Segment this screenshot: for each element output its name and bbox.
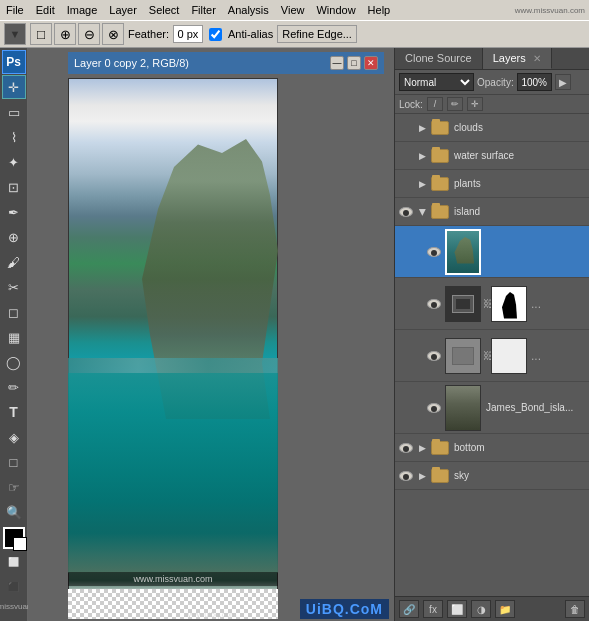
layer-expand-water[interactable]: ▶ (415, 151, 429, 161)
layer-item-james[interactable]: James_Bond_isla... (395, 382, 589, 434)
lock-position-btn[interactable]: ✛ (467, 97, 483, 111)
minimize-button[interactable]: — (330, 56, 344, 70)
screen-mode-tool[interactable]: ⬛ (2, 575, 26, 599)
layer-item-clouds[interactable]: ▶ clouds (395, 114, 589, 142)
link-layers-btn[interactable]: 🔗 (399, 600, 419, 618)
url-watermark: www.uibq.com (185, 610, 237, 619)
menu-view[interactable]: View (275, 2, 311, 18)
blend-mode-select[interactable]: Normal (399, 73, 474, 91)
menu-file[interactable]: File (0, 2, 30, 18)
feather-input[interactable] (173, 25, 203, 43)
layer-eye-island[interactable] (397, 207, 415, 217)
heal-tool[interactable]: ⊕ (2, 225, 26, 249)
opacity-arrow[interactable]: ▶ (555, 74, 571, 90)
antialias-checkbox[interactable] (209, 28, 222, 41)
subtract-selection-btn[interactable]: ⊖ (78, 23, 100, 45)
new-group-btn[interactable]: 📁 (495, 600, 515, 618)
layers-tab[interactable]: Layers ✕ (483, 48, 552, 69)
brand-watermark: UiBQ.CoM (300, 599, 389, 619)
layer-eye-island-thumb[interactable] (425, 247, 443, 257)
layer-name-island: island (451, 206, 587, 217)
layer-eye-water[interactable] (397, 147, 415, 165)
menu-filter[interactable]: Filter (185, 2, 221, 18)
layer-item-island-folder[interactable]: ▶ island (395, 198, 589, 226)
layer-expand-clouds[interactable]: ▶ (415, 123, 429, 133)
lock-image-btn[interactable]: ✏ (447, 97, 463, 111)
lock-transparent-btn[interactable]: / (427, 97, 443, 111)
layer-item-plants[interactable]: ▶ plants (395, 170, 589, 198)
layers-tab-close[interactable]: ✕ (533, 53, 541, 64)
eraser-tool[interactable]: ◻ (2, 300, 26, 324)
close-button[interactable]: ✕ (364, 56, 378, 70)
layer-item-bottom[interactable]: ▶ bottom (395, 434, 589, 462)
delete-layer-btn[interactable]: 🗑 (565, 600, 585, 618)
layer-eye-plants[interactable] (397, 175, 415, 193)
menu-edit[interactable]: Edit (30, 2, 61, 18)
layer-expand-island[interactable]: ▶ (415, 207, 429, 217)
layer-name-bottom: bottom (451, 442, 587, 453)
new-selection-btn[interactable]: □ (30, 23, 52, 45)
menu-help[interactable]: Help (362, 2, 397, 18)
brush-tool[interactable]: 🖌 (2, 250, 26, 274)
layer-name-plants: plants (451, 178, 587, 189)
layer-item-island-thumb[interactable] (395, 226, 589, 278)
layer-item-white-mask[interactable]: ⛓ ... (395, 330, 589, 382)
refine-edge-button[interactable]: Refine Edge... (277, 25, 357, 43)
watermark-menu: www.missvuan.com (515, 6, 589, 15)
pen-tool[interactable]: ✏ (2, 375, 26, 399)
layers-panel: Clone Source Layers ✕ Normal Opacity: ▶ … (394, 48, 589, 621)
folder-icon-sky (431, 469, 449, 483)
intersect-selection-btn[interactable]: ⊗ (102, 23, 124, 45)
opacity-input[interactable] (517, 73, 552, 91)
canvas-area[interactable]: Layer 0 copy 2, RGB/8) — □ ✕ www.missvua… (28, 48, 394, 621)
eyedropper-tool[interactable]: ✒ (2, 200, 26, 224)
transparency-area (68, 589, 278, 619)
foreground-bg-color[interactable] (3, 527, 25, 549)
clone-source-tab[interactable]: Clone Source (395, 48, 483, 69)
layer-eye-sky[interactable] (397, 471, 415, 481)
layer-style-btn[interactable]: fx (423, 600, 443, 618)
layer-item-monitor[interactable]: ⛓ ... (395, 278, 589, 330)
layer-expand-sky[interactable]: ▶ (415, 471, 429, 481)
shape-tool[interactable]: □ (2, 450, 26, 474)
menu-analysis[interactable]: Analysis (222, 2, 275, 18)
document-title: Layer 0 copy 2, RGB/8) (74, 57, 189, 69)
lasso-tool[interactable]: ⌇ (2, 125, 26, 149)
layer-eye-monitor[interactable] (425, 299, 443, 309)
move-tool[interactable]: ✛ (2, 75, 26, 99)
zoom-tool[interactable]: 🔍 (2, 500, 26, 524)
layer-item-sky[interactable]: ▶ sky (395, 462, 589, 490)
layer-name-clouds: clouds (451, 122, 587, 133)
crop-tool[interactable]: ⊡ (2, 175, 26, 199)
menu-window[interactable]: Window (310, 2, 361, 18)
magic-wand-tool[interactable]: ✦ (2, 150, 26, 174)
small-thumb-1 (445, 338, 481, 374)
layer-expand-bottom[interactable]: ▶ (415, 443, 429, 453)
adjustment-layer-btn[interactable]: ◑ (471, 600, 491, 618)
layer-name-water: water surface (451, 150, 587, 161)
layer-expand-plants[interactable]: ▶ (415, 179, 429, 189)
gradient-tool[interactable]: ▦ (2, 325, 26, 349)
tools-panel: Ps ✛ ▭ ⌇ ✦ ⊡ ✒ ⊕ 🖌 ✂ ◻ ▦ ◯ ✏ T ◈ □ ☞ 🔍 ⬜… (0, 48, 28, 621)
layer-eye-james[interactable] (425, 403, 443, 413)
menu-layer[interactable]: Layer (103, 2, 143, 18)
menu-select[interactable]: Select (143, 2, 186, 18)
tool-selector[interactable]: ▼ (4, 23, 26, 45)
layer-eye-white[interactable] (425, 351, 443, 361)
marquee-tool[interactable]: ▭ (2, 100, 26, 124)
path-tool[interactable]: ◈ (2, 425, 26, 449)
quick-mask-tool[interactable]: ⬜ (2, 550, 26, 574)
layer-eye-clouds[interactable] (397, 119, 415, 137)
menu-image[interactable]: Image (61, 2, 104, 18)
add-mask-btn[interactable]: ⬜ (447, 600, 467, 618)
folder-icon-island (431, 205, 449, 219)
clone-tool[interactable]: ✂ (2, 275, 26, 299)
add-selection-btn[interactable]: ⊕ (54, 23, 76, 45)
maximize-button[interactable]: □ (347, 56, 361, 70)
dodge-tool[interactable]: ◯ (2, 350, 26, 374)
document-window-titlebar: Layer 0 copy 2, RGB/8) — □ ✕ (68, 52, 384, 74)
layer-item-water-surface[interactable]: ▶ water surface (395, 142, 589, 170)
hand-tool[interactable]: ☞ (2, 475, 26, 499)
layer-eye-bottom[interactable] (397, 443, 415, 453)
text-tool[interactable]: T (2, 400, 26, 424)
